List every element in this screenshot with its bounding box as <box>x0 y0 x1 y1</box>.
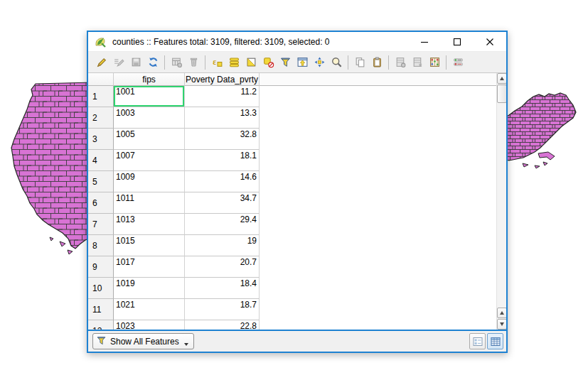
arrow-up-icon <box>500 311 504 315</box>
conditional-formatting-icon[interactable] <box>449 54 466 71</box>
new-field-icon <box>392 54 409 71</box>
move-selection-to-top-icon[interactable] <box>294 54 311 71</box>
select-all-icon[interactable] <box>225 54 242 71</box>
table-row: 2100313.3 <box>88 107 496 129</box>
form-view-button[interactable] <box>469 333 486 349</box>
add-feature-icon <box>168 54 185 71</box>
multi-edit-icon <box>110 54 127 71</box>
cell-fips[interactable]: 1023 <box>114 320 185 330</box>
funnel-icon <box>96 335 107 348</box>
pan-to-selection-icon[interactable] <box>311 54 328 71</box>
toolbar-separator <box>205 55 205 70</box>
cell-fips[interactable]: 1005 <box>114 129 185 150</box>
cell-fips[interactable]: 1003 <box>114 107 185 129</box>
arrow-down-icon <box>500 322 504 326</box>
row-number[interactable]: 10 <box>88 278 114 299</box>
cell-fips[interactable]: 1019 <box>114 278 185 299</box>
scroll-up-button-bottom[interactable] <box>497 308 506 318</box>
toggle-editing-icon[interactable] <box>93 54 110 71</box>
table-row: 5100914.6 <box>88 171 496 192</box>
table-row: 9101720.7 <box>88 256 496 278</box>
select-by-form-icon[interactable] <box>277 54 294 71</box>
maximize-button[interactable] <box>441 32 474 51</box>
corner-header[interactable] <box>88 73 114 86</box>
row-number[interactable]: 6 <box>88 192 114 214</box>
table-row: 8101519 <box>88 235 496 256</box>
row-number[interactable]: 2 <box>88 107 114 129</box>
minimize-button[interactable] <box>408 32 441 51</box>
cell-fips[interactable]: 1007 <box>114 150 185 171</box>
scroll-up-button[interactable] <box>497 73 506 84</box>
cell-pvrty[interactable]: 11.2 <box>185 86 260 107</box>
delete-selected-icon <box>185 54 202 71</box>
row-number[interactable]: 1 <box>88 86 114 107</box>
cell-fips[interactable]: 1013 <box>114 214 185 235</box>
table-row: 10101918.4 <box>88 278 496 299</box>
invert-selection-icon[interactable] <box>242 54 260 71</box>
northeast-counties <box>501 93 576 168</box>
cell-pvrty[interactable]: 19 <box>185 235 260 256</box>
cell-pvrty[interactable]: 18.7 <box>185 299 260 320</box>
cell-pvrty[interactable]: 18.4 <box>185 278 260 299</box>
table-row: 11102118.7 <box>88 299 496 320</box>
cell-pvrty[interactable]: 22.8 <box>185 320 260 330</box>
row-number[interactable]: 9 <box>88 256 114 278</box>
table-view-button[interactable] <box>487 333 503 349</box>
show-all-features-button[interactable]: Show All Features <box>92 333 194 349</box>
scrollbar-thumb[interactable] <box>497 85 506 103</box>
row-number[interactable]: 5 <box>88 171 114 192</box>
close-button[interactable] <box>474 32 506 51</box>
reload-table-icon[interactable] <box>144 54 161 71</box>
column-header-pvrty[interactable]: Poverty Data_pvrty <box>185 73 260 86</box>
footer-bar: Show All Features <box>88 331 506 352</box>
field-calculator-icon[interactable] <box>426 54 443 71</box>
scroll-down-button[interactable] <box>497 319 506 330</box>
cell-pvrty[interactable]: 13.3 <box>185 107 260 129</box>
dropdown-caret-icon <box>184 343 188 346</box>
cell-fips[interactable]: 1001 <box>114 86 185 107</box>
window-controls <box>408 32 506 51</box>
row-number[interactable]: 11 <box>88 299 114 320</box>
table-row: 3100532.8 <box>88 129 496 150</box>
cell-fips[interactable]: 1021 <box>114 299 185 320</box>
deselect-all-icon[interactable] <box>260 54 277 71</box>
toolbar-separator <box>388 55 389 70</box>
cell-fips[interactable]: 1011 <box>114 192 185 214</box>
select-by-expression-icon[interactable]: ε <box>208 54 225 71</box>
toolbar-separator <box>446 55 447 70</box>
row-number[interactable]: 12 <box>88 320 114 330</box>
attribute-table-window: counties :: Features total: 3109, filter… <box>87 31 508 353</box>
row-number[interactable]: 7 <box>88 214 114 235</box>
cell-pvrty[interactable]: 34.7 <box>185 192 260 214</box>
row-number[interactable]: 8 <box>88 235 114 256</box>
cell-fips[interactable]: 1017 <box>114 256 185 278</box>
cell-pvrty[interactable]: 18.1 <box>185 150 260 171</box>
save-edits-icon <box>127 54 144 71</box>
table-row: 1100111.2 <box>88 86 496 107</box>
window-title: counties :: Features total: 3109, filter… <box>112 37 330 47</box>
row-number[interactable]: 3 <box>88 129 114 150</box>
svg-text:ε: ε <box>213 58 216 67</box>
table-row: 4100718.1 <box>88 150 496 171</box>
cell-fips[interactable]: 1015 <box>114 235 185 256</box>
table-row: 6101134.7 <box>88 192 496 214</box>
filter-mode-label: Show All Features <box>110 337 179 347</box>
paste-features-icon[interactable] <box>368 54 385 71</box>
cell-fips[interactable]: 1009 <box>114 171 185 192</box>
west-coast-counties <box>11 82 92 254</box>
cell-pvrty[interactable]: 32.8 <box>185 129 260 150</box>
row-number[interactable]: 4 <box>88 150 114 171</box>
titlebar[interactable]: counties :: Features total: 3109, filter… <box>88 32 506 52</box>
cell-pvrty[interactable]: 20.7 <box>185 256 260 278</box>
attribute-grid: fips Poverty Data_pvrty 1100111.2 210031… <box>88 73 506 331</box>
cell-pvrty[interactable]: 29.4 <box>185 214 260 235</box>
table-row: 12102322.8 <box>88 320 496 330</box>
copy-rows-icon[interactable] <box>351 54 368 71</box>
header-row: fips Poverty Data_pvrty <box>88 73 496 86</box>
view-toggle-group <box>469 333 503 349</box>
cell-pvrty[interactable]: 14.6 <box>185 171 260 192</box>
zoom-to-selection-icon[interactable] <box>328 54 345 71</box>
vertical-scrollbar[interactable] <box>496 73 506 330</box>
column-header-fips[interactable]: fips <box>114 73 185 86</box>
arrow-up-icon <box>500 77 504 80</box>
